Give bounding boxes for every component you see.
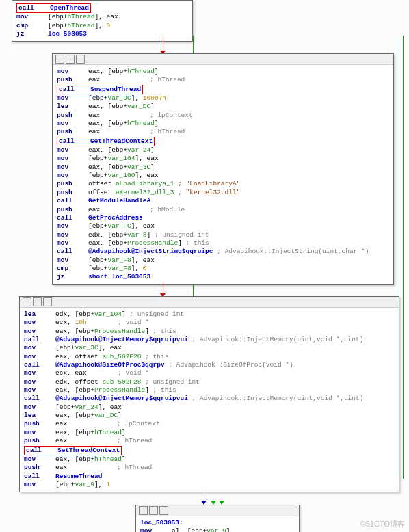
mnemonic: call (18, 4, 50, 12)
flow-edge-blue (204, 492, 204, 502)
icon[interactable] (66, 55, 75, 64)
icon[interactable] (43, 297, 52, 306)
block-3: leaedx, [ebp+var_104] ; unsigned int mov… (19, 296, 399, 492)
flow-edge (163, 36, 163, 52)
mnemonic: cmp (16, 22, 48, 30)
icon[interactable] (55, 55, 64, 64)
block-1: callOpenThread mov[ebp+hThread], eax cmp… (12, 0, 193, 42)
icon[interactable] (139, 506, 148, 515)
iconbar (136, 505, 299, 516)
flow-edge-green (403, 36, 404, 479)
flow-edge (163, 282, 163, 295)
block-2: moveax, [ebp+hThread] pusheax; hThread c… (52, 53, 394, 285)
icon[interactable] (33, 297, 42, 306)
block-4: loc_503053: moval, [ebp+var_9] movesp, e… (135, 505, 300, 532)
operand: OpenThread (50, 4, 89, 12)
iconbar (20, 297, 399, 308)
icon[interactable] (76, 55, 85, 64)
icon[interactable] (159, 506, 168, 515)
icon[interactable] (23, 297, 31, 306)
watermark: ©51CTO博客 (360, 519, 405, 529)
mnemonic: mov (16, 13, 48, 21)
iconbar (53, 54, 393, 65)
operand: loc_503053 (48, 30, 87, 38)
icon[interactable] (149, 506, 158, 515)
mnemonic: jz (16, 30, 48, 38)
